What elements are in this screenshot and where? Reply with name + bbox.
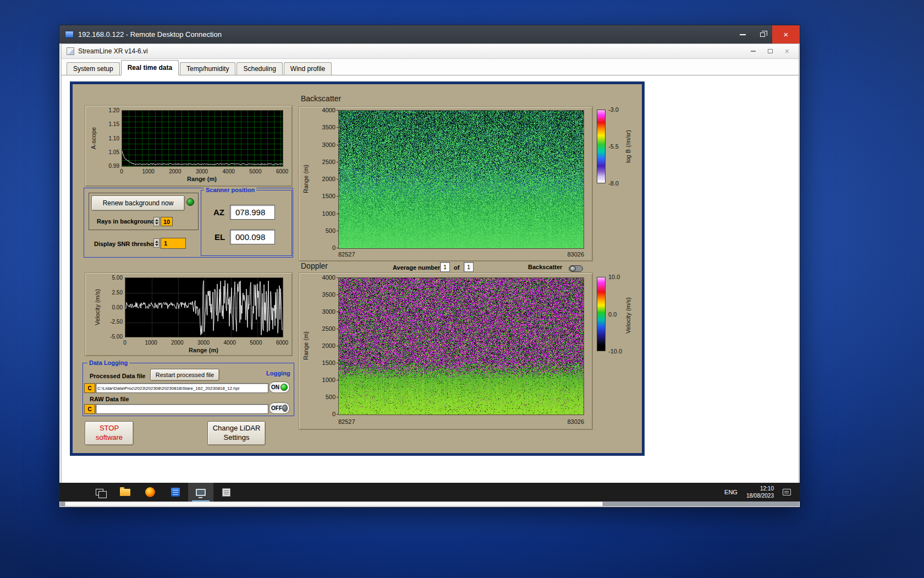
- average-number-field[interactable]: 1: [440, 262, 450, 272]
- app-minimize-button[interactable]: [751, 51, 756, 52]
- tick-label: 1000: [142, 168, 155, 175]
- processed-drive-selector[interactable]: C: [84, 383, 95, 393]
- backscatter-display-toggle[interactable]: [569, 265, 583, 272]
- spinner-down-arrow[interactable]: [155, 222, 158, 225]
- backscatter-colorbar-label: log B (/m/sr): [624, 111, 632, 182]
- backscatter-ylabel: Range (m): [301, 110, 310, 248]
- tick-label: 2000: [322, 342, 336, 349]
- tick-label: 1000: [322, 377, 336, 383]
- stop-software-button[interactable]: STOP software: [85, 421, 134, 445]
- rdp-titlebar[interactable]: 192.168.0.122 - Remote Desktop Connectio…: [59, 25, 800, 43]
- tab-real-time-data[interactable]: Real time data: [121, 60, 179, 75]
- ascope-ylabel-text: A-scope: [90, 127, 97, 149]
- backscatter-colorbar: [597, 110, 606, 183]
- restore-icon: [760, 32, 765, 37]
- spinner-down-arrow[interactable]: [155, 244, 158, 246]
- rdp-restore-button[interactable]: [752, 25, 772, 43]
- scan-app-button[interactable]: [213, 483, 239, 501]
- toggle-knob-gray: [282, 405, 288, 412]
- processed-logging-toggle[interactable]: ON: [269, 381, 290, 393]
- taskbar-clock[interactable]: 12:10 18/08/2023: [746, 485, 774, 499]
- spinner-up-arrow[interactable]: [155, 241, 158, 243]
- taskbar: ENG 12:10 18/08/2023: [59, 483, 800, 501]
- spinner-up-arrow[interactable]: [155, 219, 158, 221]
- logging-label: Logging: [265, 370, 292, 377]
- tick-label: 4000: [322, 107, 336, 113]
- backscatter-ylabel-text: Range (m): [302, 165, 309, 193]
- ascope-plot-frame: A-scope 1.201.151.101.050.99 01000200030…: [85, 105, 293, 187]
- app-title: StreamLine XR v14-6.vi: [78, 47, 148, 55]
- tick-label: 0.99: [109, 163, 119, 169]
- doppler-chart-title: Doppler: [301, 261, 328, 270]
- rdp-window-title: 192.168.0.122 - Remote Desktop Connectio…: [78, 30, 222, 39]
- language-indicator[interactable]: ENG: [724, 489, 738, 495]
- tick-label: 0.00: [112, 304, 123, 310]
- tick-label: 2.50: [112, 289, 123, 295]
- rays-value-field[interactable]: 10: [161, 217, 173, 226]
- rdp-horizontal-scrollbar[interactable]: [60, 501, 799, 506]
- app-icon: [67, 47, 74, 55]
- tick-label: -5.5: [608, 143, 619, 150]
- tick-label: 2500: [322, 325, 336, 332]
- tab-system-setup[interactable]: System setup: [67, 62, 120, 75]
- tick-label: 2000: [169, 168, 181, 175]
- rdp-taskbar-button[interactable]: [188, 483, 213, 501]
- rays-spinner[interactable]: [153, 217, 160, 226]
- raw-drive-selector[interactable]: C: [84, 404, 95, 414]
- monitor-icon: [196, 489, 206, 496]
- task-view-button[interactable]: [87, 483, 112, 501]
- tick-label: 0: [120, 168, 123, 175]
- raw-path-field[interactable]: [96, 404, 268, 414]
- snr-threshold-label: Display SNR threshold: [94, 241, 160, 247]
- rdp-close-button[interactable]: ×: [772, 25, 800, 43]
- rdp-minimize-button[interactable]: [733, 25, 752, 43]
- renew-background-button[interactable]: Renew background now: [91, 195, 185, 211]
- toggle-slider-knob: [570, 266, 576, 271]
- streamline-app-window: StreamLine XR v14-6.vi × System setup Re…: [61, 43, 799, 483]
- el-label: EL: [215, 232, 225, 242]
- app-close-button[interactable]: ×: [785, 48, 789, 54]
- doppler-x-start: 82527: [338, 418, 355, 425]
- velocity-plot-canvas: [125, 277, 283, 337]
- el-value-field[interactable]: 000.098: [230, 230, 275, 244]
- change-button-line2: Settings: [224, 433, 250, 443]
- restart-processed-file-button[interactable]: Restart processed file: [150, 369, 219, 381]
- app-titlebar[interactable]: StreamLine XR v14-6.vi ×: [62, 44, 799, 59]
- raw-logging-toggle[interactable]: OFF: [269, 402, 290, 414]
- tick-label: 2500: [322, 159, 336, 165]
- tick-label: 1500: [322, 359, 336, 366]
- tab-wind-profile[interactable]: Wind profile: [284, 62, 332, 75]
- ascope-xticks: 0100020003000400050006000: [122, 168, 282, 175]
- ascope-ylabel: A-scope: [90, 110, 97, 166]
- tick-label: 4000: [322, 274, 336, 281]
- tick-label: 3000: [322, 141, 336, 148]
- snr-value-field[interactable]: 1: [161, 238, 186, 249]
- real-time-data-panel: A-scope 1.201.151.101.050.99 01000200030…: [70, 81, 645, 456]
- backscatter-chart-title: Backscatter: [301, 94, 341, 103]
- rdp-scrollbar-thumb[interactable]: [65, 501, 603, 506]
- doppler-colorbar-label: Velocity (m/s): [624, 280, 632, 351]
- tick-label: 6000: [276, 340, 288, 346]
- background-status-led: [186, 198, 194, 206]
- velocity-yticks: 5.002.500.00-2.50-5.00: [103, 277, 123, 336]
- file-explorer-button[interactable]: [112, 483, 138, 501]
- tab-temp-humidity[interactable]: Temp/humidity: [180, 62, 235, 75]
- average-of-field[interactable]: 1: [464, 262, 474, 272]
- firefox-button[interactable]: [138, 483, 163, 501]
- snr-spinner[interactable]: [153, 238, 160, 248]
- tab-scheduling[interactable]: Scheduling: [237, 62, 282, 75]
- tick-label: 0: [123, 340, 127, 346]
- velocity-xticks: 0100020003000400050006000: [125, 340, 282, 346]
- rdp-window-controls: ×: [733, 25, 800, 43]
- app-restore-button[interactable]: [768, 49, 773, 53]
- tick-label: 10.0: [608, 274, 620, 280]
- rays-in-background-label: Rays in background: [97, 218, 155, 225]
- blue-app-button[interactable]: [163, 483, 188, 501]
- tick-label: -10.0: [608, 348, 622, 355]
- tick-label: 5000: [249, 168, 261, 175]
- processed-path-field[interactable]: C:\Lidar\Data\Proc\2023\202308\20230818\…: [96, 383, 268, 393]
- change-lidar-settings-button[interactable]: Change LiDAR Settings: [207, 421, 266, 445]
- scanner-position-group: Scanner position AZ 078.998 EL 000.098: [201, 190, 292, 256]
- az-value-field[interactable]: 078.998: [230, 205, 275, 220]
- notification-icon[interactable]: [783, 489, 791, 495]
